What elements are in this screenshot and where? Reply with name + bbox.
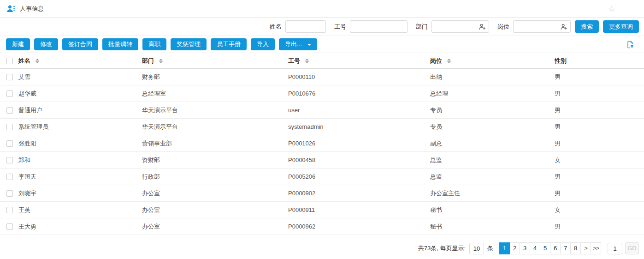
page-button-1[interactable]: 1 bbox=[499, 242, 510, 254]
row-checkbox[interactable] bbox=[6, 223, 13, 230]
export-button-label: 导出... bbox=[285, 41, 302, 48]
last-page-button[interactable]: >> bbox=[591, 242, 601, 254]
cell-position: 副总 bbox=[430, 139, 555, 148]
search-bar: 姓名 工号 部门 岗位 bbox=[0, 18, 644, 36]
table-header-row: 姓名 部门 工号 岗位 性别 bbox=[0, 53, 644, 69]
table-row[interactable]: 张胜阳 营销事业部 P0001026 副总 男 bbox=[0, 135, 644, 152]
row-checkbox[interactable] bbox=[6, 107, 13, 114]
row-checkbox[interactable] bbox=[6, 124, 13, 130]
cell-gender: 男 bbox=[555, 223, 644, 231]
sort-icon[interactable] bbox=[305, 59, 309, 63]
add-user-icon[interactable] bbox=[560, 23, 567, 30]
column-header-position[interactable]: 岗位 bbox=[430, 57, 555, 65]
table-row[interactable]: 系统管理员 华天演示平台 systemadmin 专员 男 bbox=[0, 119, 644, 135]
row-checkbox[interactable] bbox=[6, 90, 13, 97]
cell-name: 郑和 bbox=[18, 156, 142, 164]
page-size-input[interactable] bbox=[469, 243, 484, 254]
table-row[interactable]: 普通用户 华天演示平台 user 专员 男 bbox=[0, 102, 644, 119]
cell-department: 办公室 bbox=[142, 206, 288, 214]
table-row[interactable]: 刘晓宇 办公室 P0000902 办公室主任 男 bbox=[0, 185, 644, 202]
cell-name: 普通用户 bbox=[18, 106, 142, 114]
row-checkbox[interactable] bbox=[6, 190, 13, 197]
select-all-checkbox[interactable] bbox=[6, 58, 13, 64]
table-row[interactable]: 郑和 资财部 P0000458 总监 女 bbox=[0, 152, 644, 169]
cell-gender: 男 bbox=[555, 139, 644, 148]
table-row[interactable]: 王大勇 办公室 P0000962 秘书 男 bbox=[0, 218, 644, 235]
cell-employee-id: P0001026 bbox=[288, 140, 430, 147]
page-button-4[interactable]: 4 bbox=[530, 242, 540, 254]
cell-position: 秘书 bbox=[430, 206, 555, 214]
resign-button[interactable]: 离职 bbox=[142, 38, 166, 50]
row-checkbox[interactable] bbox=[6, 140, 13, 147]
page-button-2[interactable]: 2 bbox=[509, 242, 520, 254]
cell-name: 李国天 bbox=[18, 173, 142, 181]
add-user-icon[interactable] bbox=[479, 23, 486, 30]
cell-position: 出纳 bbox=[430, 73, 555, 81]
export-dropdown-button[interactable]: 导出... bbox=[279, 38, 317, 50]
cell-position: 办公室主任 bbox=[430, 189, 555, 198]
search-button[interactable]: 搜索 bbox=[575, 20, 599, 33]
page-size-unit-label: 条 bbox=[487, 244, 493, 253]
cell-name: 王英 bbox=[18, 206, 142, 214]
import-button[interactable]: 导入 bbox=[251, 38, 275, 50]
page-button-7[interactable]: 7 bbox=[560, 242, 571, 254]
cell-gender: 女 bbox=[555, 156, 644, 164]
cell-employee-id: user bbox=[288, 107, 430, 114]
column-header-department[interactable]: 部门 bbox=[142, 57, 288, 65]
edit-button[interactable]: 修改 bbox=[34, 38, 58, 50]
cell-name: 系统管理员 bbox=[18, 123, 142, 131]
toolbar: 新建 修改 签订合同 批量调转 离职 奖惩管理 员工手册 导入 导出... bbox=[0, 36, 644, 53]
column-header-gender: 性别 bbox=[555, 57, 644, 65]
sort-icon[interactable] bbox=[159, 59, 163, 63]
page-list: 1 2 3 4 5 6 7 8 > >> bbox=[499, 242, 601, 254]
sort-icon[interactable] bbox=[35, 59, 39, 63]
employee-handbook-button[interactable]: 员工手册 bbox=[211, 38, 247, 50]
name-field-label: 姓名 bbox=[270, 23, 282, 31]
table-row[interactable]: 赵华威 总经理室 P0010676 总经理 男 bbox=[0, 85, 644, 102]
position-field-label: 岗位 bbox=[497, 23, 509, 31]
sort-icon[interactable] bbox=[447, 59, 451, 63]
goto-page-input[interactable] bbox=[608, 243, 622, 254]
row-checkbox[interactable] bbox=[6, 174, 13, 180]
more-query-button[interactable]: 更多查询 bbox=[603, 20, 639, 33]
cell-gender: 男 bbox=[555, 73, 644, 81]
sign-contract-button[interactable]: 签订合同 bbox=[62, 38, 98, 50]
user-list-icon bbox=[6, 4, 16, 13]
reward-punishment-button[interactable]: 奖惩管理 bbox=[171, 38, 207, 50]
cell-department: 总经理室 bbox=[142, 90, 288, 98]
cell-employee-id: P0000911 bbox=[288, 206, 430, 213]
favorite-star-icon[interactable]: ☆ bbox=[608, 5, 615, 13]
next-page-button[interactable]: > bbox=[580, 242, 591, 254]
page-button-8[interactable]: 8 bbox=[570, 242, 581, 254]
table-row[interactable]: 李国天 行政部 P0005206 总监 男 bbox=[0, 169, 644, 185]
column-header-name[interactable]: 姓名 bbox=[18, 57, 142, 65]
table-row[interactable]: 王英 办公室 P0000911 秘书 女 bbox=[0, 202, 644, 218]
batch-transfer-button[interactable]: 批量调转 bbox=[102, 38, 138, 50]
cell-department: 办公室 bbox=[142, 189, 288, 198]
go-button[interactable]: GO bbox=[625, 242, 639, 254]
row-checkbox[interactable] bbox=[6, 74, 13, 80]
export-settings-icon[interactable] bbox=[626, 36, 635, 53]
column-header-employee-id[interactable]: 工号 bbox=[288, 57, 430, 65]
cell-gender: 男 bbox=[555, 173, 644, 181]
cell-position: 秘书 bbox=[430, 223, 555, 231]
employee-id-search-input[interactable] bbox=[350, 20, 408, 33]
row-checkbox[interactable] bbox=[6, 157, 13, 163]
row-checkbox[interactable] bbox=[6, 207, 13, 213]
cell-department: 办公室 bbox=[142, 223, 288, 231]
cell-employee-id: P0000458 bbox=[288, 157, 430, 163]
pagination-bar: 共73条, 每页显示: 条 1 2 3 4 5 6 7 8 > >> GO bbox=[0, 235, 644, 254]
cell-department: 财务部 bbox=[142, 73, 288, 81]
name-search-input[interactable] bbox=[285, 20, 326, 33]
cell-department: 资财部 bbox=[142, 156, 288, 164]
cell-position: 专员 bbox=[430, 123, 555, 131]
page-button-5[interactable]: 5 bbox=[540, 242, 550, 254]
cell-name: 张胜阳 bbox=[18, 139, 142, 148]
page-button-3[interactable]: 3 bbox=[520, 242, 530, 254]
cell-gender: 女 bbox=[555, 206, 644, 214]
record-count-summary: 共73条, 每页显示: bbox=[418, 244, 466, 253]
new-button[interactable]: 新建 bbox=[6, 38, 30, 50]
table-row[interactable]: 艾雪 财务部 P0000110 出纳 男 bbox=[0, 69, 644, 85]
caret-down-icon bbox=[307, 44, 311, 46]
page-button-6[interactable]: 6 bbox=[550, 242, 561, 254]
